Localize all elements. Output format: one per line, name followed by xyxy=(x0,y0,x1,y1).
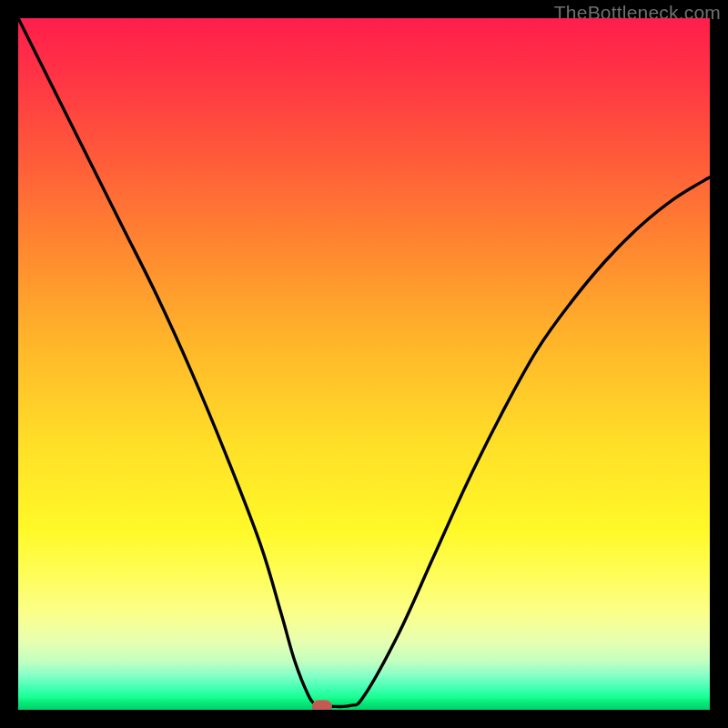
plot-area xyxy=(18,18,710,710)
optimum-marker xyxy=(312,700,332,710)
bottleneck-curve xyxy=(18,18,710,710)
chart-frame: TheBottleneck.com xyxy=(0,0,728,728)
